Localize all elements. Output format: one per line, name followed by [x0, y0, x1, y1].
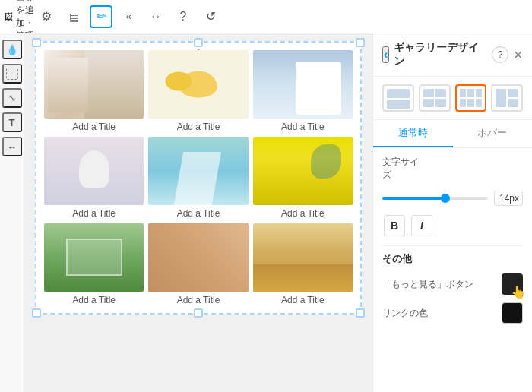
layout-cell — [435, 89, 446, 97]
grid-btn[interactable]: ▤ — [62, 5, 85, 28]
gallery-image-7 — [44, 223, 144, 292]
gallery-title-7: Add a Title — [72, 295, 116, 305]
link-color-label: リンクの色 — [382, 307, 428, 320]
panel-content: 文字サイズ 14px B I その他 「もっと見る」ボタン 👆 — [373, 148, 532, 392]
layout-cell — [460, 99, 467, 107]
move-btn[interactable]: ↔ — [144, 5, 167, 28]
text-icon: T — [9, 117, 15, 128]
cursor-icon: 👆 — [511, 285, 526, 299]
slider-thumb — [441, 194, 450, 203]
layout-options — [373, 77, 532, 120]
settings-btn[interactable]: ⚙ — [35, 5, 58, 28]
gallery-image-5 — [148, 137, 248, 205]
panel-title: ギャラリーデザイン — [394, 41, 487, 68]
layout-cell — [423, 99, 434, 107]
main-area: 💧 ⤡ T ↔ ⬇ — [0, 33, 532, 392]
gallery-image-4 — [44, 137, 144, 205]
layout-two-col[interactable] — [491, 84, 523, 112]
link-color-swatch[interactable] — [502, 302, 523, 324]
strip-text-btn[interactable]: T — [2, 112, 22, 132]
layout-two-row[interactable] — [419, 84, 451, 112]
gallery-title-6: Add a Title — [281, 208, 325, 219]
handle-top-right[interactable] — [356, 38, 365, 47]
layout-cell — [387, 89, 410, 98]
tab-normal[interactable]: 通常時 — [373, 120, 453, 147]
gallery-grid: Add a Title Add a Title Add a Title Add … — [44, 50, 353, 305]
layout-cell — [508, 89, 518, 97]
font-size-controls: 14px — [382, 191, 523, 206]
font-size-label: 文字サイズ — [382, 156, 424, 182]
layout-cell — [423, 89, 434, 97]
gallery-image-3 — [253, 50, 353, 119]
gallery-title-4: Add a Title — [72, 208, 116, 219]
link-color-row: リンクの色 — [382, 302, 523, 324]
font-size-row: 文字サイズ — [382, 156, 523, 182]
layout-three-grid[interactable] — [455, 84, 487, 112]
question-icon: ? — [180, 10, 187, 24]
layout-cell — [435, 99, 446, 107]
layout-cell — [476, 99, 483, 107]
manage-images-btn[interactable]: 🖼 画像を追加・管理 — [8, 5, 30, 28]
layout-cell — [387, 100, 410, 109]
handle-bottom-center[interactable] — [194, 308, 203, 318]
gallery-image-2 — [148, 50, 248, 119]
bold-btn[interactable]: B — [384, 215, 405, 236]
handle-bottom-left[interactable] — [32, 308, 41, 318]
layout-single[interactable] — [382, 84, 414, 112]
help-btn[interactable]: ? — [172, 5, 195, 28]
gallery-item-9[interactable]: Add a Title — [253, 223, 353, 305]
box-icon — [6, 68, 18, 80]
gallery-item-7[interactable]: Add a Title — [44, 223, 144, 305]
handle-top-left[interactable] — [32, 38, 41, 47]
left-strip: 💧 ⤡ T ↔ — [0, 33, 24, 392]
strip-resize-btn[interactable]: ↔ — [2, 137, 22, 156]
layout-cell — [467, 89, 474, 97]
arrows-horizontal-icon: ↔ — [150, 10, 162, 24]
divider-1 — [382, 245, 523, 246]
strip-box-btn[interactable] — [2, 64, 22, 84]
panel-header: ‹ ギャラリーデザイン ? ✕ — [373, 33, 532, 77]
gallery-item-6[interactable]: Add a Title — [253, 137, 353, 219]
handle-bottom-right[interactable] — [356, 308, 365, 318]
panel-help-btn[interactable]: ? — [492, 46, 508, 63]
gallery-title-5: Add a Title — [177, 208, 220, 219]
gallery-title-2: Add a Title — [177, 122, 220, 132]
design-btn[interactable]: ✏ — [90, 5, 112, 28]
layout-cell — [460, 89, 467, 97]
double-left-icon: « — [125, 11, 131, 22]
font-size-value: 14px — [494, 191, 523, 206]
panel-tabs: 通常時 ホバー — [373, 120, 532, 148]
prev-btn[interactable]: « — [117, 5, 140, 28]
gallery-item-4[interactable]: Add a Title — [44, 137, 144, 219]
gallery-item-5[interactable]: Add a Title — [148, 137, 248, 219]
strip-color-btn[interactable]: 💧 — [2, 40, 22, 59]
right-panel: ‹ ギャラリーデザイン ? ✕ — [372, 33, 532, 392]
gallery-item-2[interactable]: Add a Title — [148, 50, 248, 132]
gallery-title-9: Add a Title — [281, 295, 325, 305]
panel-close-btn[interactable]: ✕ — [513, 48, 523, 62]
text-format-row: B I — [382, 215, 523, 236]
grid-icon: ▤ — [69, 11, 79, 23]
refresh-btn[interactable]: ↺ — [199, 5, 222, 28]
italic-btn[interactable]: I — [411, 215, 432, 236]
handle-top-center[interactable] — [194, 38, 203, 47]
panel-back-btn[interactable]: ‹ — [382, 46, 389, 63]
layout-cell — [496, 89, 506, 107]
more-btn-row: 「もっと見る」ボタン 👆 — [382, 273, 523, 295]
font-size-slider[interactable] — [382, 197, 488, 200]
pencil-icon: ✏ — [97, 9, 106, 24]
gallery-title-1: Add a Title — [72, 122, 116, 132]
gallery-item-3[interactable]: Add a Title — [253, 50, 353, 132]
refresh-icon: ↺ — [206, 9, 216, 24]
tab-hover[interactable]: ホバー — [453, 120, 533, 147]
gallery-item-1[interactable]: Add a Title — [44, 50, 144, 132]
layout-cell — [467, 99, 474, 107]
gallery-item-8[interactable]: Add a Title — [148, 223, 248, 305]
strip-expand-btn[interactable]: ⤡ — [2, 88, 22, 108]
other-section-label: その他 — [382, 252, 523, 266]
more-btn-color-swatch[interactable]: 👆 — [502, 273, 523, 295]
more-btn-label: 「もっと見る」ボタン — [382, 278, 473, 291]
gallery-canvas: ⬇ Add a Title Add a Title — [35, 41, 362, 315]
gallery-image-8 — [148, 223, 248, 292]
gallery-image-6 — [253, 137, 353, 205]
